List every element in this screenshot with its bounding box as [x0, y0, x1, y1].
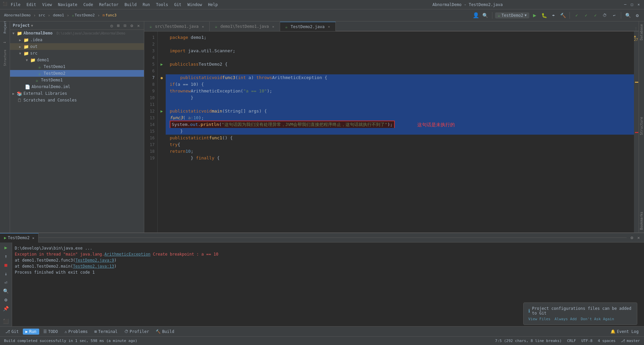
- code-line-5: public class TestDemo2 {: [166, 61, 634, 68]
- menu-run[interactable]: Run: [140, 2, 153, 8]
- bottom-tool-git[interactable]: ⎇ Git: [3, 329, 21, 335]
- git-update-button[interactable]: ✓: [573, 11, 581, 19]
- activity-commit[interactable]: ↑: [1, 38, 9, 47]
- debug-button[interactable]: 🐛: [540, 11, 548, 19]
- tab-overflow-button[interactable]: ⋮: [633, 26, 639, 31]
- bottom-tool-build[interactable]: 🔨 Build: [153, 329, 177, 335]
- tree-item-testdemo2[interactable]: ☕ TestDemo2: [10, 70, 144, 77]
- tree-item-testdemo1-d1[interactable]: ☕ TestDemo1: [10, 63, 144, 70]
- menu-edit[interactable]: Edit: [24, 2, 39, 8]
- coverage-button[interactable]: ☂: [549, 11, 557, 19]
- tree-label-iml: AbnormalDemo.iml: [32, 84, 70, 89]
- run-scroll-up-button[interactable]: ↑: [2, 253, 10, 260]
- tree-item-extlibs[interactable]: ▶ 📚 External Libraries: [10, 90, 144, 97]
- git-push-button[interactable]: ✓: [591, 11, 599, 19]
- status-line-endings[interactable]: CRLF: [566, 339, 578, 343]
- bottom-tool-run[interactable]: ▶ Run: [23, 329, 39, 335]
- line-num-18: 18: [144, 148, 157, 155]
- activity-project[interactable]: Project: [1, 23, 9, 31]
- run-wrap-button[interactable]: ⏎: [2, 279, 10, 286]
- right-panel-database[interactable]: Database: [639, 21, 644, 43]
- run-scroll-down-button[interactable]: ↓: [2, 270, 10, 277]
- run-button[interactable]: ▶: [531, 11, 539, 19]
- run-close-icon[interactable]: ✕: [636, 235, 641, 240]
- activity-structure[interactable]: Structure: [1, 54, 9, 62]
- tab-testdemo1-src[interactable]: ☕ src\TestDemo1.java ✕: [144, 22, 210, 31]
- right-panel-bookmarks[interactable]: Bookmarks: [639, 209, 644, 232]
- code-content[interactable]: package demo1; import java.util.Scanner;…: [166, 31, 634, 232]
- output-line-stack2: at demo1.TestDemo2.main(TestDemo2.java:1…: [15, 263, 641, 269]
- tab-testdemo1-demo1[interactable]: ☕ demo1\TestDemo1.java ✕: [210, 22, 280, 31]
- bottom-tool-todo[interactable]: ☰ TODO: [41, 329, 61, 335]
- tree-item-idea[interactable]: ▶ 📁 .idea: [10, 37, 144, 43]
- breadcrumb-src[interactable]: src: [37, 11, 47, 19]
- menu-navigate[interactable]: Navigate: [55, 2, 80, 8]
- bottom-tool-problems[interactable]: ⚠ Problems: [62, 329, 91, 335]
- run-tab-label[interactable]: ▶ TestDemo2 ✕: [0, 233, 39, 243]
- menu-help[interactable]: Help: [205, 2, 220, 8]
- tree-item-out[interactable]: ▶ 📁 out: [10, 43, 144, 50]
- run-pin-button[interactable]: 📌: [2, 305, 10, 312]
- minimize-button[interactable]: ─: [623, 2, 628, 7]
- breadcrumb-testdemo2[interactable]: ☕ TestDemo2: [70, 11, 96, 19]
- run-stop-button[interactable]: ■: [2, 261, 10, 269]
- sidebar-settings-icon[interactable]: ⚙: [129, 23, 135, 28]
- tree-item-demo1[interactable]: ▼ 📁 demo1: [10, 57, 144, 63]
- menu-build[interactable]: Build: [122, 2, 139, 8]
- tab-close-0[interactable]: ✕: [201, 24, 205, 29]
- tree-item-root[interactable]: ▼ 📁 AbnormalDemo D:\code\java\Javacode\A…: [10, 30, 144, 37]
- status-branch[interactable]: ⎇ master: [620, 339, 641, 343]
- settings-button[interactable]: ⚙: [633, 11, 641, 19]
- menu-git[interactable]: Git: [171, 2, 184, 8]
- menu-code[interactable]: Code: [81, 2, 96, 8]
- run-expand-button[interactable]: ⬛: [2, 318, 10, 325]
- tab-close-1[interactable]: ✕: [271, 24, 276, 29]
- git-rollback-button[interactable]: ↩: [610, 11, 618, 19]
- git-commit-button[interactable]: ✓: [582, 11, 590, 19]
- build-button[interactable]: 🔨: [559, 11, 567, 19]
- right-panel-structure[interactable]: Structure: [639, 114, 644, 138]
- run-config-dropdown[interactable]: ☕ TestDemo2 ▼: [495, 12, 529, 18]
- sidebar-locate-icon[interactable]: ◎: [109, 23, 114, 28]
- run-filter-button[interactable]: 🔍: [2, 287, 10, 295]
- bottom-tool-profiler[interactable]: ⏱ Profiler: [122, 329, 152, 335]
- tab-close-2[interactable]: ✕: [327, 24, 331, 29]
- breadcrumb-demo1[interactable]: demo1: [52, 11, 65, 19]
- status-encoding[interactable]: UTF-8: [580, 339, 594, 343]
- run-tab-close[interactable]: ✕: [32, 236, 34, 240]
- git-history-button[interactable]: ⏱: [601, 11, 609, 19]
- maximize-button[interactable]: □: [629, 2, 635, 7]
- output-stack1-link[interactable]: TestDemo2.java:9: [75, 258, 114, 263]
- menu-file[interactable]: File: [8, 2, 23, 8]
- branch-icon: ⎇: [621, 339, 625, 343]
- editor-scrollbar[interactable]: ▲ 27: [634, 31, 639, 232]
- output-exception-class[interactable]: ArithmeticException: [104, 252, 150, 257]
- git-label: Git: [11, 329, 19, 334]
- tree-item-testdemo1-src[interactable]: ☕ TestDemo1: [10, 77, 144, 83]
- search-everywhere-button[interactable]: 🔍: [481, 11, 489, 19]
- run-settings-icon[interactable]: ⚙: [629, 235, 635, 240]
- menu-view[interactable]: View: [40, 2, 55, 8]
- menu-window[interactable]: Window: [185, 2, 205, 8]
- close-button[interactable]: ✕: [636, 2, 641, 7]
- tree-item-src[interactable]: ▼ 📁 src: [10, 50, 144, 57]
- menu-refactor[interactable]: Refactor: [96, 2, 121, 8]
- menu-tools[interactable]: Tools: [153, 2, 171, 8]
- sidebar-collapse-icon[interactable]: ⊟: [122, 23, 128, 28]
- sidebar-expand-icon[interactable]: ⊞: [116, 23, 121, 28]
- sidebar-close-icon[interactable]: ✕: [136, 23, 141, 28]
- breadcrumb-func3[interactable]: m func3: [101, 11, 118, 19]
- tree-item-scratches[interactable]: 🗒 Scratches and Consoles: [10, 97, 144, 104]
- bottom-tool-terminal[interactable]: ⊞ Terminal: [92, 329, 120, 335]
- breadcrumb-project[interactable]: AbnormalDemo: [3, 11, 32, 19]
- search-button[interactable]: 🔍: [624, 11, 632, 19]
- status-indent[interactable]: 4 spaces: [596, 339, 617, 343]
- run-settings2-button[interactable]: ⚙: [2, 296, 10, 303]
- output-stack2-link[interactable]: TestDemo2.java:13: [73, 264, 114, 269]
- account-button[interactable]: 👤: [472, 11, 480, 19]
- status-position[interactable]: 7:5 (292 chars, 8 line breaks): [494, 339, 563, 343]
- bottom-tool-event-log[interactable]: 🔔 Event Log: [608, 329, 641, 335]
- tab-testdemo2[interactable]: ☕ TestDemo2.java ✕: [280, 22, 336, 31]
- tree-item-iml[interactable]: 📄 AbnormalDemo.iml: [10, 83, 144, 90]
- run-restart-button[interactable]: ▶: [2, 244, 10, 251]
